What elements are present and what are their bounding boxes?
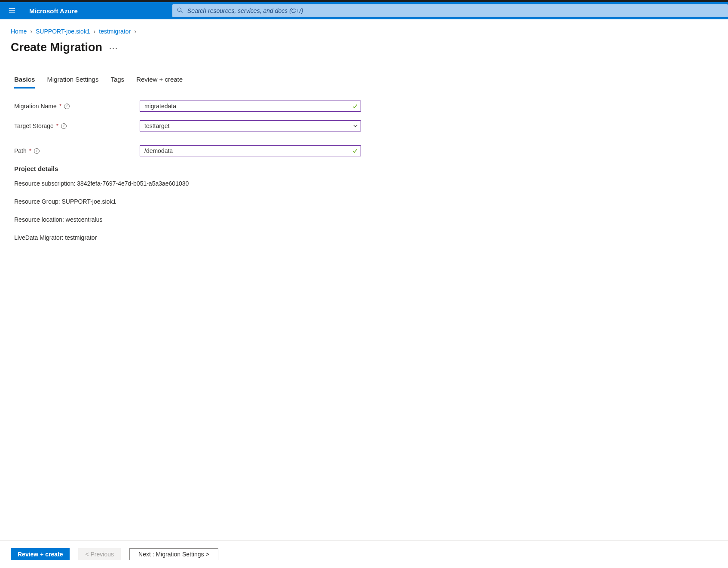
- label-path-text: Path: [14, 147, 27, 154]
- info-icon[interactable]: i: [34, 148, 40, 154]
- breadcrumb: Home › SUPPORT-joe.siok1 › testmigrator …: [11, 28, 717, 35]
- label-target-storage: Target Storage * i: [14, 122, 140, 129]
- detail-subscription: Resource subscription: 3842fefa-7697-4e7…: [14, 180, 717, 187]
- next-button[interactable]: Next : Migration Settings >: [129, 548, 218, 560]
- chevron-right-icon: ›: [134, 28, 136, 35]
- tab-tags[interactable]: Tags: [110, 76, 124, 89]
- detail-resource-group: Resource Group: SUPPORT-joe.siok1: [14, 198, 717, 205]
- row-target-storage: Target Storage * i: [14, 120, 717, 131]
- review-create-button[interactable]: Review + create: [11, 548, 70, 560]
- search-icon: [177, 7, 187, 15]
- search-input[interactable]: [187, 7, 724, 14]
- svg-line-4: [181, 11, 183, 13]
- hamburger-menu-button[interactable]: [3, 2, 21, 19]
- field-wrap-path: [140, 145, 361, 156]
- row-path: Path * i: [14, 145, 717, 156]
- hamburger-icon: [8, 6, 16, 15]
- detail-location: Resource location: westcentralus: [14, 216, 717, 223]
- label-path: Path * i: [14, 147, 140, 154]
- tab-list: Basics Migration Settings Tags Review + …: [11, 76, 717, 89]
- required-indicator: *: [29, 147, 31, 154]
- tab-basics[interactable]: Basics: [14, 76, 35, 89]
- input-migration-name[interactable]: [140, 101, 361, 112]
- main-content: Home › SUPPORT-joe.siok1 › testmigrator …: [0, 19, 728, 540]
- chevron-right-icon: ›: [30, 28, 32, 35]
- required-indicator: *: [56, 122, 58, 129]
- tab-review-create[interactable]: Review + create: [136, 76, 183, 89]
- previous-button: < Previous: [78, 548, 121, 560]
- field-wrap-target-storage: [140, 120, 361, 131]
- brand-title[interactable]: Microsoft Azure: [29, 7, 78, 15]
- input-path[interactable]: [140, 145, 361, 156]
- detail-migrator: LiveData Migrator: testmigrator: [14, 234, 717, 241]
- tab-migration-settings[interactable]: Migration Settings: [47, 76, 98, 89]
- search-container: [172, 2, 728, 19]
- search-box[interactable]: [172, 4, 728, 17]
- footer-bar: Review + create < Previous Next : Migrat…: [0, 540, 728, 568]
- more-actions-button[interactable]: ···: [109, 42, 118, 53]
- label-migration-name-text: Migration Name: [14, 103, 57, 110]
- page-title: Create Migration: [11, 41, 102, 54]
- breadcrumb-resource[interactable]: testmigrator: [99, 28, 131, 35]
- svg-point-3: [177, 8, 181, 11]
- form-area: Migration Name * i Target Storage * i: [11, 101, 717, 241]
- required-indicator: *: [59, 103, 61, 110]
- row-migration-name: Migration Name * i: [14, 101, 717, 112]
- field-wrap-migration-name: [140, 101, 361, 112]
- select-target-storage[interactable]: [140, 120, 361, 131]
- info-icon[interactable]: i: [64, 104, 70, 109]
- label-migration-name: Migration Name * i: [14, 103, 140, 110]
- info-icon[interactable]: i: [61, 123, 67, 129]
- breadcrumb-home[interactable]: Home: [11, 28, 27, 35]
- top-bar: Microsoft Azure: [0, 2, 728, 19]
- chevron-right-icon: ›: [94, 28, 96, 35]
- project-details-title: Project details: [14, 165, 717, 172]
- page-title-row: Create Migration ···: [11, 41, 717, 54]
- breadcrumb-resource-group[interactable]: SUPPORT-joe.siok1: [36, 28, 90, 35]
- label-target-storage-text: Target Storage: [14, 122, 54, 129]
